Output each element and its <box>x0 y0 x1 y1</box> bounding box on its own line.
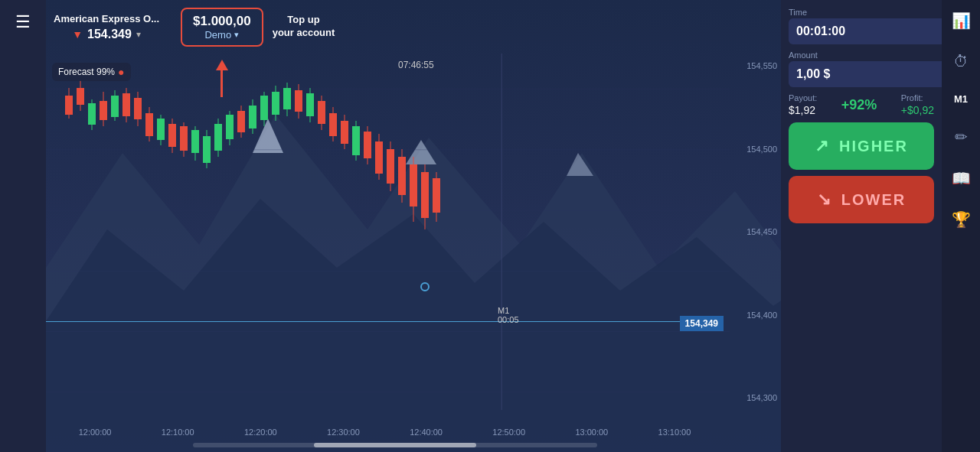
payout-label: Payout: <box>789 93 817 102</box>
amount-section-label: Amount <box>789 50 934 60</box>
lower-arrow-icon: ↘ <box>817 190 832 210</box>
time-section-label: Time <box>789 8 934 17</box>
left-sidebar: ☰ <box>0 0 46 452</box>
time-label-4: 12:30:00 <box>327 428 360 437</box>
svg-rect-22 <box>111 96 119 117</box>
svg-rect-58 <box>318 101 325 124</box>
payout-value: $1,92 <box>789 104 817 116</box>
svg-rect-42 <box>226 115 234 139</box>
time-label-3: 12:20:00 <box>244 428 277 437</box>
arrow-shaft <box>220 70 223 97</box>
svg-rect-62 <box>341 121 348 144</box>
price-label-1: 154,550 <box>724 61 781 70</box>
forecast-icon: ● <box>118 66 124 78</box>
forecast-badge: Forecast 99% ● <box>52 63 131 81</box>
amount-row: $ <box>789 61 934 87</box>
svg-rect-72 <box>398 157 406 195</box>
time-label-6: 12:50:00 <box>492 428 525 437</box>
price-label-4: 154,400 <box>724 311 781 320</box>
asset-direction-icon: ▼ <box>72 28 83 41</box>
profit-value: +$0,92 <box>901 104 934 116</box>
payout-row: Payout: $1,92 +92% Profit: +$0,92 <box>789 93 934 116</box>
svg-rect-66 <box>364 132 371 158</box>
scroll-thumb[interactable] <box>314 443 475 447</box>
svg-rect-16 <box>77 88 84 105</box>
time-label-2: 12:10:00 <box>162 428 194 437</box>
svg-rect-70 <box>387 149 394 184</box>
svg-rect-78 <box>433 178 440 213</box>
price-axis: 154,550 154,500 154,450 154,400 154,300 <box>724 54 781 410</box>
menu-icon[interactable]: ☰ <box>15 14 31 31</box>
higher-arrow-icon: ↗ <box>815 136 830 156</box>
amount-input[interactable] <box>789 61 965 87</box>
time-section: Time ⏱ <box>789 8 934 44</box>
higher-button[interactable]: ↗ HIGHER <box>789 122 934 170</box>
svg-rect-64 <box>352 126 360 155</box>
time-label-8: 13:10:00 <box>658 428 691 437</box>
far-right-panel: 📊 ⏱ M1 ✏ 📖 🏆 <box>942 0 980 452</box>
balance-demo-label: Demo <box>204 29 231 41</box>
time-label-1: 12:00:00 <box>79 428 112 437</box>
asset-name: American Express O... <box>54 13 159 24</box>
m1-timeframe-label[interactable]: M1 <box>954 93 968 105</box>
svg-rect-50 <box>272 92 279 115</box>
time-axis: 12:00:00 12:10:00 12:20:00 12:30:00 12:4… <box>46 428 724 437</box>
svg-rect-68 <box>375 141 383 174</box>
annotation-arrow <box>216 60 228 97</box>
svg-rect-14 <box>65 96 73 115</box>
profit-label: Profit: <box>901 93 934 102</box>
svg-rect-24 <box>122 93 130 116</box>
current-price-tag: 154,349 <box>680 316 724 331</box>
trophy-icon[interactable]: 🏆 <box>952 210 971 229</box>
svg-rect-56 <box>306 93 314 116</box>
lower-label: LOWER <box>841 191 906 209</box>
time-row: ⏱ <box>789 18 934 44</box>
top-bar: American Express O... ▼ 154.349 ▾ $1.000… <box>46 0 781 54</box>
svg-rect-34 <box>180 126 188 151</box>
balance-box[interactable]: $1.000,00 Demo ▾ <box>181 8 263 47</box>
chart-area: American Express O... ▼ 154.349 ▾ $1.000… <box>46 0 781 452</box>
asset-chevron-icon: ▾ <box>136 29 141 40</box>
amount-section: Amount $ <box>789 50 934 87</box>
chart-scrollbar[interactable] <box>193 443 597 447</box>
topup-button[interactable]: Top up your account <box>273 14 335 40</box>
candlestick-chart[interactable] <box>46 54 781 410</box>
svg-rect-54 <box>295 90 302 112</box>
m1-text: M1 <box>498 306 519 315</box>
balance-chevron-icon: ▾ <box>234 30 239 40</box>
asset-price: 154.349 <box>87 28 132 41</box>
asset-selector[interactable]: American Express O... ▼ 154.349 ▾ <box>54 13 159 41</box>
right-panel: Time ⏱ Amount $ Payout: $1,92 +92% Profi… <box>781 0 942 452</box>
svg-rect-76 <box>421 172 429 218</box>
book-icon[interactable]: 📖 <box>952 169 971 187</box>
payout-col: Payout: $1,92 <box>789 93 817 116</box>
svg-rect-52 <box>283 88 291 109</box>
current-price-line <box>46 321 724 322</box>
price-label-5: 154,300 <box>724 393 781 402</box>
price-label-3: 154,450 <box>724 227 781 236</box>
svg-rect-40 <box>214 124 222 151</box>
svg-rect-38 <box>203 136 211 163</box>
history-icon[interactable]: ⏱ <box>953 53 969 70</box>
candlestick-chart-icon[interactable]: 📊 <box>952 11 971 30</box>
lower-button[interactable]: ↘ LOWER <box>789 176 934 223</box>
svg-rect-74 <box>410 164 417 206</box>
svg-rect-18 <box>88 103 96 125</box>
time-label-7: 13:00:00 <box>575 428 608 437</box>
svg-point-79 <box>421 283 429 291</box>
profit-col: Profit: +$0,92 <box>901 93 934 116</box>
svg-rect-60 <box>329 113 337 136</box>
svg-rect-32 <box>168 124 176 147</box>
svg-rect-36 <box>191 130 199 153</box>
svg-rect-48 <box>260 96 268 120</box>
svg-rect-46 <box>249 106 256 128</box>
forecast-label: Forecast 99% <box>58 67 115 77</box>
svg-rect-28 <box>145 113 153 136</box>
m1-time: 00:05 <box>498 315 519 324</box>
edit-icon[interactable]: ✏ <box>955 128 968 146</box>
time-input[interactable] <box>789 18 965 44</box>
svg-rect-44 <box>237 111 245 132</box>
chart-time-label: 07:46:55 <box>398 60 434 70</box>
m1-candle-label: M1 00:05 <box>498 306 519 324</box>
arrow-head <box>216 60 228 70</box>
